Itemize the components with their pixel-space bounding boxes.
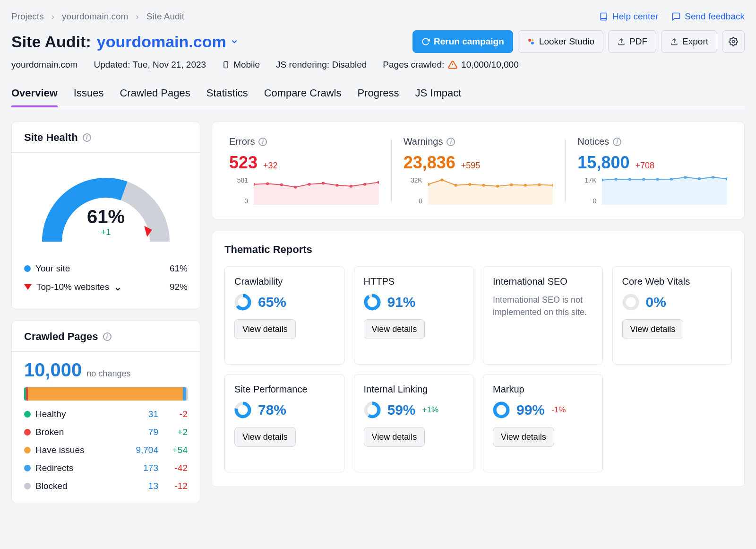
view-details-button[interactable]: View details: [234, 427, 296, 447]
domain-dropdown[interactable]: yourdomain.com: [97, 33, 239, 51]
svg-point-32: [614, 178, 618, 181]
donut-icon: [364, 401, 381, 418]
help-center-link[interactable]: Help center: [599, 11, 658, 22]
tabs: Overview Issues Crawled Pages Statistics…: [11, 84, 745, 107]
svg-point-23: [454, 184, 457, 187]
crumb-sep: ›: [136, 11, 138, 22]
tab-js-impact[interactable]: JS Impact: [415, 84, 462, 107]
svg-point-36: [670, 178, 673, 181]
book-icon: [599, 12, 609, 21]
report-title: Internal Linking: [364, 384, 464, 395]
alerts-card: Errorsi 523 +32 5810 Warningsi 23,836 +5…: [212, 122, 745, 219]
pdf-button[interactable]: PDF: [608, 30, 656, 53]
legend-your-site: Your site: [35, 263, 70, 274]
warnings-sparkline: [428, 176, 553, 205]
crumb-domain[interactable]: yourdomain.com: [62, 11, 128, 22]
crumb-projects[interactable]: Projects: [11, 11, 44, 22]
errors-value: 523: [229, 153, 258, 173]
svg-point-19: [363, 183, 367, 186]
upload-icon: [617, 37, 626, 46]
svg-point-29: [538, 183, 541, 186]
export-button[interactable]: Export: [661, 30, 717, 53]
report-title: HTTPS: [364, 276, 464, 287]
info-icon[interactable]: i: [613, 138, 621, 146]
info-icon[interactable]: i: [103, 332, 112, 341]
svg-point-12: [266, 183, 269, 185]
svg-point-17: [335, 184, 339, 187]
svg-point-26: [496, 185, 499, 188]
svg-point-18: [350, 185, 353, 188]
notices-cell[interactable]: Noticesi 15,800 +708 17K0: [565, 136, 739, 205]
tab-overview[interactable]: Overview: [11, 84, 58, 107]
view-details-button[interactable]: View details: [364, 427, 425, 447]
send-feedback-link[interactable]: Send feedback: [671, 11, 745, 22]
donut-icon: [622, 294, 639, 311]
looker-studio-button[interactable]: Looker Studio: [518, 30, 603, 53]
mobile-icon: [222, 60, 230, 70]
report-note: International SEO is not implemented on …: [493, 294, 593, 318]
crawled-item[interactable]: Blocked 13 -12: [24, 481, 188, 491]
breadcrumb: Projects › yourdomain.com › Site Audit: [11, 11, 184, 22]
view-details-button[interactable]: View details: [234, 319, 296, 339]
top10-dropdown[interactable]: Top-10% websites ⌄: [24, 281, 122, 293]
legend-top10-value: 92%: [170, 282, 188, 292]
crawled-change-label: no changes: [86, 369, 130, 379]
view-details-button[interactable]: View details: [493, 427, 554, 447]
warnings-delta: +595: [461, 161, 481, 171]
report-card: HTTPS 91% View details: [354, 266, 474, 365]
notices-delta: +708: [635, 161, 654, 171]
meta-updated: Updated: Tue, Nov 21, 2023: [94, 60, 206, 70]
crawled-pages-card: Crawled Pages i 10,000 no changes Health…: [11, 321, 200, 503]
report-percent: 99%: [516, 402, 545, 418]
view-details-button[interactable]: View details: [622, 319, 684, 339]
upload-icon: [670, 37, 679, 46]
donut-icon: [234, 294, 251, 311]
tab-issues[interactable]: Issues: [74, 84, 104, 107]
dot-icon: [24, 411, 31, 418]
stack-seg: [186, 387, 188, 401]
svg-point-16: [322, 182, 325, 185]
crawled-item[interactable]: Have issues 9,704 +54: [24, 445, 188, 455]
crawled-item[interactable]: Healthy 31 -2: [24, 409, 188, 419]
tab-compare-crawls[interactable]: Compare Crawls: [264, 84, 342, 107]
report-card: International SEOInternational SEO is no…: [483, 266, 603, 365]
view-details-button[interactable]: View details: [364, 319, 425, 339]
crawled-total: 10,000: [24, 359, 82, 381]
report-card: Core Web Vitals 0% View details: [612, 266, 732, 365]
svg-point-5: [732, 41, 735, 43]
page-title: Site Audit:: [11, 33, 91, 51]
svg-point-45: [624, 296, 637, 309]
info-icon[interactable]: i: [258, 138, 267, 146]
warnings-cell[interactable]: Warningsi 23,836 +595 32K0: [391, 136, 566, 205]
crumb-site-audit[interactable]: Site Audit: [146, 11, 184, 22]
crawled-item[interactable]: Broken 79 +2: [24, 427, 188, 437]
report-delta: -1%: [551, 405, 566, 415]
info-icon[interactable]: i: [83, 133, 91, 142]
tab-crawled-pages[interactable]: Crawled Pages: [120, 84, 190, 107]
chevron-down-icon: [230, 37, 239, 46]
gear-icon: [729, 37, 738, 46]
rerun-campaign-button[interactable]: Rerun campaign: [412, 30, 513, 53]
svg-point-15: [308, 183, 311, 186]
report-percent: 59%: [387, 402, 416, 418]
tab-statistics[interactable]: Statistics: [206, 84, 248, 107]
tab-progress[interactable]: Progress: [357, 84, 399, 107]
report-title: International SEO: [493, 276, 593, 287]
donut-icon: [364, 294, 381, 311]
svg-point-38: [698, 177, 701, 180]
svg-point-0: [528, 39, 531, 42]
meta-domain: yourdomain.com: [11, 60, 77, 70]
report-card: Site Performance 78% View details: [224, 374, 344, 472]
svg-point-24: [468, 183, 472, 186]
settings-button[interactable]: [722, 30, 745, 53]
info-icon[interactable]: i: [447, 138, 455, 146]
svg-point-2: [532, 39, 533, 41]
errors-cell[interactable]: Errorsi 523 +32 5810: [217, 136, 391, 205]
crumb-sep: ›: [52, 11, 54, 22]
triangle-icon: [24, 284, 32, 290]
donut-icon: [493, 401, 510, 418]
warning-icon: [448, 60, 457, 70]
svg-point-35: [656, 178, 660, 181]
svg-point-25: [482, 184, 485, 187]
crawled-item[interactable]: Redirects 173 -42: [24, 463, 188, 473]
